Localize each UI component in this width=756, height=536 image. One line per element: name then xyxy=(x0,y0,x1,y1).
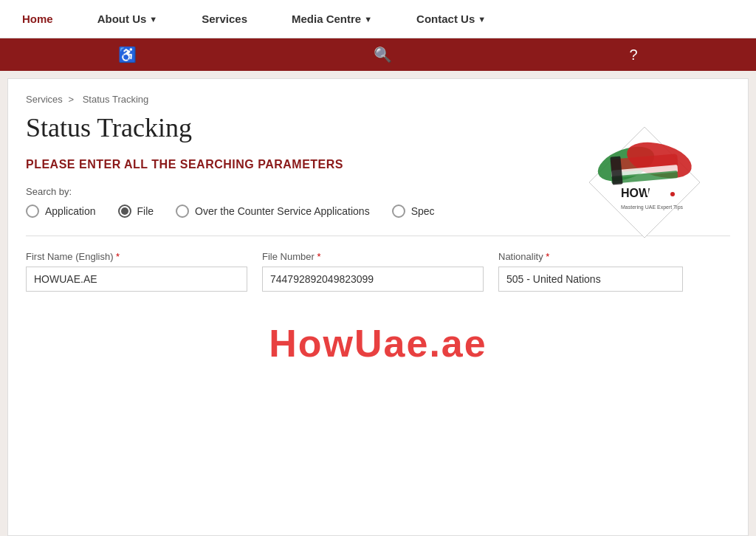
radio-counter-label: Over the Counter Service Applications xyxy=(195,205,370,217)
radio-file[interactable]: File xyxy=(118,205,154,218)
radio-spec-label: Spec xyxy=(411,205,435,217)
nationality-required: * xyxy=(546,251,549,262)
svg-text:Mastering UAE Expert Tips: Mastering UAE Expert Tips xyxy=(621,205,684,210)
radio-counter-service[interactable]: Over the Counter Service Applications xyxy=(176,205,370,218)
first-name-required: * xyxy=(116,251,120,262)
nav-media-centre[interactable]: Media Centre ▼ xyxy=(269,0,394,38)
radio-application[interactable]: Application xyxy=(26,205,96,218)
nationality-group: Nationality * xyxy=(498,251,683,292)
first-name-label: First Name (English) * xyxy=(26,251,247,262)
breadcrumb-separator: > xyxy=(68,94,74,105)
file-number-input[interactable] xyxy=(262,267,484,292)
media-centre-arrow: ▼ xyxy=(364,15,372,24)
radio-application-circle xyxy=(26,205,39,218)
contact-us-arrow: ▼ xyxy=(478,15,486,24)
search-icon[interactable]: 🔍 xyxy=(359,46,407,63)
first-name-group: First Name (English) * xyxy=(26,251,247,292)
radio-file-circle xyxy=(118,205,131,218)
first-name-input[interactable] xyxy=(26,267,247,292)
howuae-logo: HOW UAE Mastering UAE Expert Tips xyxy=(585,123,704,241)
breadcrumb-current: Status Tracking xyxy=(83,94,149,105)
nav-home[interactable]: Home xyxy=(0,0,75,38)
file-number-group: File Number * xyxy=(262,251,484,292)
radio-spec[interactable]: Spec xyxy=(392,205,435,218)
file-number-required: * xyxy=(317,251,320,262)
nationality-input[interactable] xyxy=(498,267,683,292)
radio-file-label: File xyxy=(137,205,154,217)
nationality-label: Nationality * xyxy=(498,251,683,262)
nav-contact-us-label: Contact Us xyxy=(416,13,475,25)
top-navigation: Home About Us ▼ Services Media Centre ▼ … xyxy=(0,0,756,38)
main-content: Services > Status Tracking Status Tracki… xyxy=(7,78,749,536)
radio-spec-circle xyxy=(392,205,405,218)
svg-text:UAE: UAE xyxy=(646,187,671,199)
logo-container: HOW UAE Mastering UAE Expert Tips xyxy=(585,123,704,241)
nav-media-centre-label: Media Centre xyxy=(292,13,361,25)
about-us-arrow: ▼ xyxy=(149,15,157,24)
breadcrumb: Services > Status Tracking xyxy=(26,94,730,105)
watermark-text: HowUae.ae xyxy=(26,321,730,365)
nav-contact-us[interactable]: Contact Us ▼ xyxy=(394,0,508,38)
radio-counter-circle xyxy=(176,205,189,218)
nav-services[interactable]: Services xyxy=(179,0,269,38)
breadcrumb-parent[interactable]: Services xyxy=(26,94,63,105)
svg-point-9 xyxy=(670,192,675,196)
file-number-label: File Number * xyxy=(262,251,484,262)
accessibility-icon[interactable]: ♿ xyxy=(103,46,151,63)
nav-about-us-label: About Us xyxy=(97,13,147,25)
form-row: First Name (English) * File Number * Nat… xyxy=(26,251,730,292)
nav-about-us[interactable]: About Us ▼ xyxy=(75,0,180,38)
help-icon[interactable]: ? xyxy=(614,47,652,63)
radio-application-label: Application xyxy=(45,205,96,217)
icon-bar: ♿ 🔍 ? xyxy=(0,38,756,71)
